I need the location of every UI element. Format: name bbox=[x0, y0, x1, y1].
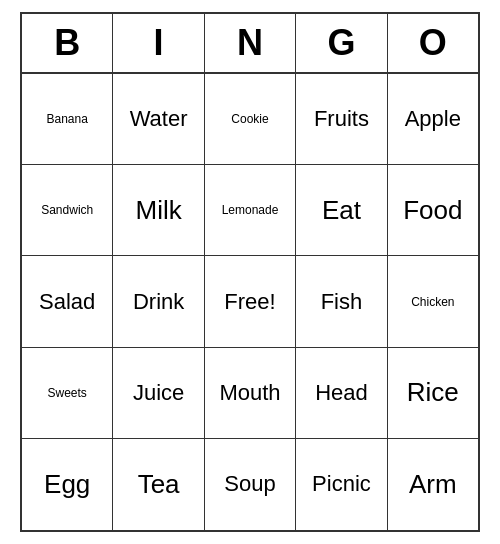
cell-text-4-4: Arm bbox=[409, 469, 457, 500]
cell-text-1-4: Food bbox=[403, 195, 462, 226]
cell-text-1-0: Sandwich bbox=[41, 203, 93, 217]
bingo-card: BINGO BananaWaterCookieFruitsAppleSandwi… bbox=[20, 12, 480, 532]
cell-text-0-1: Water bbox=[130, 106, 188, 132]
cell-text-3-1: Juice bbox=[133, 380, 184, 406]
grid-cell-4-1: Tea bbox=[113, 439, 204, 530]
grid-cell-3-0: Sweets bbox=[22, 348, 113, 439]
grid-row-1: SandwichMilkLemonadeEatFood bbox=[22, 165, 478, 256]
cell-text-2-3: Fish bbox=[321, 289, 363, 315]
header-cell-i: I bbox=[113, 14, 204, 74]
grid-cell-2-1: Drink bbox=[113, 256, 204, 347]
cell-text-0-3: Fruits bbox=[314, 106, 369, 132]
grid-cell-1-2: Lemonade bbox=[205, 165, 296, 256]
cell-text-3-2: Mouth bbox=[219, 380, 280, 406]
grid-cell-3-4: Rice bbox=[388, 348, 478, 439]
cell-text-3-0: Sweets bbox=[48, 386, 87, 400]
grid-cell-1-0: Sandwich bbox=[22, 165, 113, 256]
grid-cell-2-3: Fish bbox=[296, 256, 387, 347]
header-row: BINGO bbox=[22, 14, 478, 74]
header-cell-n: N bbox=[205, 14, 296, 74]
cell-text-1-3: Eat bbox=[322, 195, 361, 226]
grid-row-4: EggTeaSoupPicnicArm bbox=[22, 439, 478, 530]
grid-row-0: BananaWaterCookieFruitsApple bbox=[22, 74, 478, 165]
grid-cell-1-3: Eat bbox=[296, 165, 387, 256]
grid-row-2: SaladDrinkFree!FishChicken bbox=[22, 256, 478, 347]
grid-cell-2-0: Salad bbox=[22, 256, 113, 347]
cell-text-4-0: Egg bbox=[44, 469, 90, 500]
grid-cell-2-4: Chicken bbox=[388, 256, 478, 347]
cell-text-2-4: Chicken bbox=[411, 295, 454, 309]
grid-cell-4-4: Arm bbox=[388, 439, 478, 530]
grid-cell-0-0: Banana bbox=[22, 74, 113, 165]
cell-text-4-2: Soup bbox=[224, 471, 275, 497]
grid-cell-3-1: Juice bbox=[113, 348, 204, 439]
grid-cell-0-3: Fruits bbox=[296, 74, 387, 165]
grid-cell-2-2: Free! bbox=[205, 256, 296, 347]
grid-cell-0-1: Water bbox=[113, 74, 204, 165]
bingo-grid: BananaWaterCookieFruitsAppleSandwichMilk… bbox=[22, 74, 478, 530]
grid-cell-4-0: Egg bbox=[22, 439, 113, 530]
cell-text-1-2: Lemonade bbox=[222, 203, 279, 217]
cell-text-0-0: Banana bbox=[47, 112, 88, 126]
cell-text-2-1: Drink bbox=[133, 289, 184, 315]
header-cell-g: G bbox=[296, 14, 387, 74]
header-cell-o: O bbox=[388, 14, 478, 74]
grid-cell-3-3: Head bbox=[296, 348, 387, 439]
cell-text-0-4: Apple bbox=[405, 106, 461, 132]
grid-cell-1-1: Milk bbox=[113, 165, 204, 256]
header-cell-b: B bbox=[22, 14, 113, 74]
grid-cell-0-2: Cookie bbox=[205, 74, 296, 165]
grid-row-3: SweetsJuiceMouthHeadRice bbox=[22, 348, 478, 439]
cell-text-1-1: Milk bbox=[136, 195, 182, 226]
cell-text-2-2: Free! bbox=[224, 289, 275, 315]
cell-text-3-3: Head bbox=[315, 380, 368, 406]
grid-cell-4-3: Picnic bbox=[296, 439, 387, 530]
cell-text-2-0: Salad bbox=[39, 289, 95, 315]
grid-cell-4-2: Soup bbox=[205, 439, 296, 530]
cell-text-3-4: Rice bbox=[407, 377, 459, 408]
grid-cell-1-4: Food bbox=[388, 165, 478, 256]
grid-cell-3-2: Mouth bbox=[205, 348, 296, 439]
cell-text-4-3: Picnic bbox=[312, 471, 371, 497]
cell-text-4-1: Tea bbox=[138, 469, 180, 500]
cell-text-0-2: Cookie bbox=[231, 112, 268, 126]
grid-cell-0-4: Apple bbox=[388, 74, 478, 165]
